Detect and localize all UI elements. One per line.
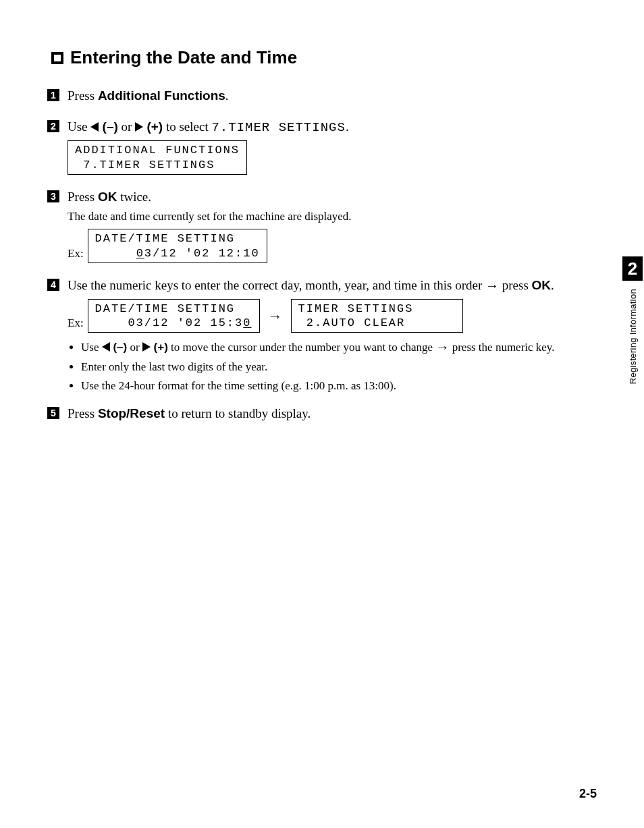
text: Press: [68, 406, 98, 420]
chapter-side-tab: 2 Registering Information: [621, 256, 644, 384]
page-number: 2-5: [579, 787, 597, 801]
chapter-label: Registering Information: [628, 289, 638, 384]
lcd-cursor-char: 0: [136, 247, 144, 260]
list-item: Use the 24-hour format for the time sett…: [81, 377, 597, 395]
text: Use the numeric keys to enter the correc…: [68, 278, 485, 292]
lcd-line1: ADDITIONAL FUNCTIONS: [75, 144, 240, 157]
list-item: Enter only the last two digits of the ye…: [81, 358, 597, 376]
text: or: [118, 119, 135, 134]
lcd-display: ADDITIONAL FUNCTIONS 7.TIMER SETTINGS: [68, 140, 247, 175]
step-number-badge: 1: [47, 89, 59, 101]
key-label: (+): [143, 119, 163, 134]
bullet-list: Use (–) or (+) to move the cursor under …: [68, 337, 597, 394]
step-body: Use the numeric keys to enter the correc…: [68, 277, 597, 396]
menu-item-mono: 7.TIMER SETTINGS: [211, 120, 345, 135]
text: Use: [81, 341, 102, 354]
lcd-display-a: DATE/TIME SETTING 03/12 '02 15:30: [88, 299, 260, 333]
step-number-badge: 2: [47, 120, 59, 132]
step-number-badge: 3: [47, 190, 59, 202]
triangle-left-icon: [90, 122, 99, 132]
lcd-display-row: ADDITIONAL FUNCTIONS 7.TIMER SETTINGS: [68, 140, 597, 175]
step-note: The date and time currently set for the …: [68, 209, 597, 225]
lcd-pre: [95, 247, 136, 260]
lcd-line1: TIMER SETTINGS: [298, 302, 414, 315]
lcd-pre: 03/12 '02 15:3: [95, 316, 244, 329]
lcd-line1: DATE/TIME SETTING: [95, 302, 235, 315]
lcd-line2: 7.TIMER SETTINGS: [75, 159, 215, 171]
lcd-display-row: Ex: DATE/TIME SETTING 03/12 '02 15:30 → …: [68, 299, 597, 333]
arrow-right-icon: →: [264, 306, 287, 333]
arrow-right-icon: →: [435, 339, 449, 354]
chapter-number-badge: 2: [622, 256, 643, 281]
step-body: Press OK twice. The date and time curren…: [68, 188, 597, 267]
step-3: 3 Press OK twice. The date and time curr…: [47, 188, 597, 267]
step-2: 2 Use (–) or (+) to select 7.TIMER SETTI…: [47, 118, 597, 179]
lcd-display-b: TIMER SETTINGS 2.AUTO CLEAR: [291, 299, 463, 333]
triangle-right-icon: [142, 342, 151, 352]
step-4: 4 Use the numeric keys to enter the corr…: [47, 277, 597, 396]
lcd-line1: DATE/TIME SETTING: [95, 232, 235, 245]
step-body: Use (–) or (+) to select 7.TIMER SETTING…: [68, 118, 597, 179]
key-label: (–): [110, 341, 128, 354]
page-content: Entering the Date and Time 1 Press Addit…: [0, 0, 644, 426]
text: press: [499, 278, 532, 292]
triangle-right-icon: [135, 122, 143, 132]
text: Press: [68, 88, 98, 103]
heading-bullet-icon: [51, 52, 63, 64]
text: or: [127, 341, 142, 354]
text: press the numeric key.: [449, 341, 554, 354]
lcd-post: 3/12 '02 12:10: [144, 247, 260, 260]
key-label: (–): [99, 119, 118, 134]
button-label: Additional Functions: [98, 88, 225, 103]
arrow-right-icon: →: [485, 278, 499, 293]
heading-text: Entering the Date and Time: [70, 47, 297, 68]
text: to return to standby display.: [165, 406, 311, 420]
step-body: Press Additional Functions.: [68, 87, 597, 109]
section-heading: Entering the Date and Time: [51, 47, 597, 68]
triangle-left-icon: [102, 342, 110, 352]
example-label: Ex:: [68, 246, 84, 263]
text: .: [346, 119, 349, 134]
step-body: Press Stop/Reset to return to standby di…: [68, 405, 597, 426]
step-1: 1 Press Additional Functions.: [47, 87, 597, 109]
lcd-line2: 2.AUTO CLEAR: [298, 316, 406, 329]
text: to move the cursor under the number you …: [168, 341, 436, 354]
step-number-badge: 5: [47, 407, 59, 419]
button-label: Stop/Reset: [98, 406, 165, 420]
text: .: [225, 88, 229, 103]
step-number-badge: 4: [47, 279, 59, 291]
text: Press: [68, 190, 98, 204]
text: twice.: [117, 190, 151, 204]
step-5: 5 Press Stop/Reset to return to standby …: [47, 405, 597, 426]
key-label: (+): [151, 341, 168, 354]
text: Use: [68, 119, 90, 134]
lcd-display: DATE/TIME SETTING 03/12 '02 12:10: [88, 229, 267, 263]
lcd-cursor-char: 0: [243, 316, 251, 329]
text: to select: [163, 119, 211, 134]
lcd-display-row: Ex: DATE/TIME SETTING 03/12 '02 12:10: [68, 229, 597, 263]
list-item: Use (–) or (+) to move the cursor under …: [81, 337, 597, 357]
text: .: [551, 278, 554, 292]
button-label: OK: [532, 278, 552, 292]
button-label: OK: [98, 190, 117, 204]
example-label: Ex:: [68, 316, 84, 333]
